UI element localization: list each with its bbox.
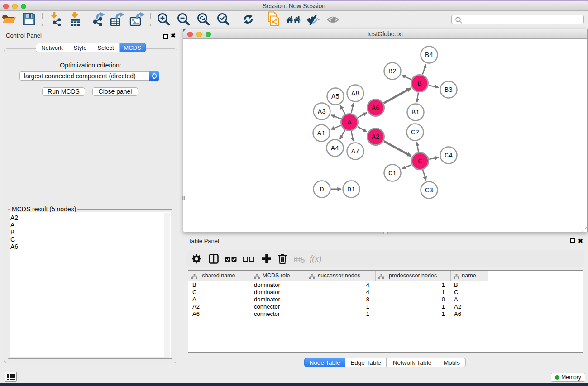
svg-text:A4: A4 bbox=[331, 145, 339, 152]
svg-text:B2: B2 bbox=[388, 68, 397, 76]
svg-text:C2: C2 bbox=[411, 129, 419, 137]
svg-text:C: C bbox=[418, 158, 422, 166]
svg-text:A3: A3 bbox=[318, 108, 326, 116]
svg-text:A2: A2 bbox=[372, 133, 380, 141]
svg-text:D1: D1 bbox=[347, 186, 355, 194]
svg-text:C3: C3 bbox=[425, 187, 433, 195]
svg-text:A6: A6 bbox=[372, 105, 380, 112]
svg-text:D: D bbox=[320, 186, 324, 194]
svg-text:C1: C1 bbox=[388, 170, 397, 177]
svg-text:A7: A7 bbox=[351, 148, 359, 156]
svg-text:B1: B1 bbox=[411, 109, 420, 117]
svg-text:B3: B3 bbox=[445, 86, 453, 94]
svg-text:A1: A1 bbox=[317, 130, 325, 138]
svg-text:A: A bbox=[347, 119, 351, 127]
svg-text:A5: A5 bbox=[331, 93, 339, 101]
svg-text:B4: B4 bbox=[425, 52, 433, 59]
svg-text:C4: C4 bbox=[445, 152, 453, 160]
svg-text:B: B bbox=[417, 80, 421, 88]
svg-text:A8: A8 bbox=[351, 90, 359, 98]
